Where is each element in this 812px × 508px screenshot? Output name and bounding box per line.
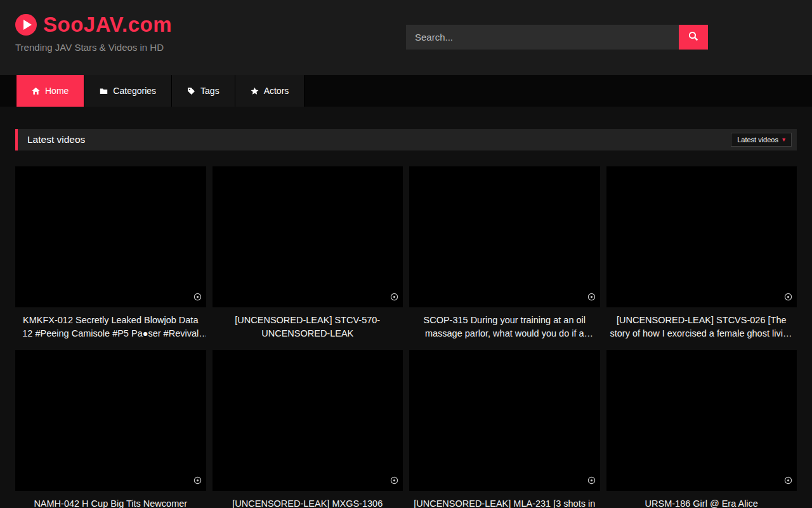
search-box (406, 25, 708, 50)
video-thumbnail[interactable] (606, 350, 797, 491)
section-title: Latest videos (18, 134, 85, 145)
video-card[interactable]: KMKFX-012 Secretly Leaked Blowjob Data 1… (15, 166, 206, 340)
video-title[interactable]: [UNCENSORED-LEAK] STCV-570-UNCENSORED-LE… (213, 314, 403, 340)
nav-tab-label: Tags (200, 86, 219, 96)
video-grid: KMKFX-012 Secretly Leaked Blowjob Data 1… (15, 166, 797, 508)
play-logo-icon (15, 14, 37, 36)
video-thumbnail[interactable] (606, 166, 797, 307)
video-card[interactable]: NAMH-042 H Cup Big Tits Newcomer (170cm … (15, 350, 206, 508)
broken-image-icon (390, 292, 398, 304)
broken-image-icon (784, 292, 792, 304)
main-nav: Home Categories Tags Actors (0, 75, 812, 107)
nav-tab-label: Home (45, 86, 69, 96)
video-card[interactable]: [UNCENSORED-LEAK] STCV-570-UNCENSORED-LE… (213, 166, 403, 340)
video-title[interactable]: [UNCENSORED-LEAK] MLA-231 [3 shots in (409, 497, 600, 508)
sort-dropdown-button[interactable]: Latest videos ▾ (731, 133, 792, 147)
video-card[interactable]: [UNCENSORED-LEAK] MLA-231 [3 shots in (409, 350, 600, 508)
nav-tab-home[interactable]: Home (16, 75, 84, 107)
site-header: SooJAV.com Trending JAV Stars & Videos i… (0, 0, 812, 75)
home-icon (32, 87, 40, 95)
search-button[interactable] (679, 25, 708, 50)
video-title[interactable]: SCOP-315 During your training at an oil … (409, 314, 600, 340)
chevron-down-icon: ▾ (782, 137, 785, 143)
video-title[interactable]: KMKFX-012 Secretly Leaked Blowjob Data 1… (15, 314, 206, 340)
video-title[interactable]: NAMH-042 H Cup Big Tits Newcomer (170cm … (15, 497, 206, 508)
site-title[interactable]: SooJAV.com (43, 13, 172, 37)
search-icon (688, 31, 698, 43)
site-tagline: Trending JAV Stars & Videos in HD (15, 42, 172, 53)
video-thumbnail[interactable] (213, 166, 403, 307)
search-input[interactable] (406, 25, 679, 50)
nav-tab-label: Actors (264, 86, 289, 96)
nav-tab-actors[interactable]: Actors (235, 75, 305, 107)
nav-tab-categories[interactable]: Categories (84, 75, 172, 107)
video-thumbnail[interactable] (15, 166, 206, 307)
broken-image-icon (587, 292, 596, 304)
video-card[interactable]: [UNCENSORED-LEAK] STCVS-026 [The story o… (606, 166, 797, 340)
folder-icon (100, 87, 108, 95)
main-content: Latest videos Latest videos ▾ KMKFX-012 … (0, 129, 812, 508)
tag-icon (187, 87, 195, 95)
video-thumbnail[interactable] (409, 166, 600, 307)
broken-image-icon (784, 476, 792, 487)
nav-tab-tags[interactable]: Tags (172, 75, 235, 107)
video-thumbnail[interactable] (213, 350, 403, 491)
section-header: Latest videos Latest videos ▾ (15, 129, 797, 150)
video-title[interactable]: [UNCENSORED-LEAK] STCVS-026 [The story o… (606, 314, 797, 340)
broken-image-icon (587, 476, 596, 487)
video-thumbnail[interactable] (15, 350, 206, 491)
logo-block: SooJAV.com Trending JAV Stars & Videos i… (15, 13, 172, 53)
video-card[interactable]: [UNCENSORED-LEAK] MXGS-1306 Absolutely (213, 350, 403, 508)
video-card[interactable]: SCOP-315 During your training at an oil … (409, 166, 600, 340)
broken-image-icon (193, 292, 202, 304)
broken-image-icon (390, 476, 398, 487)
video-thumbnail[interactable] (409, 350, 600, 491)
video-title[interactable]: [UNCENSORED-LEAK] MXGS-1306 Absolutely (213, 497, 403, 508)
nav-tab-label: Categories (113, 86, 156, 96)
sort-dropdown-label: Latest videos (737, 136, 778, 144)
broken-image-icon (193, 476, 202, 487)
video-title[interactable]: URSM-186 Girl @ Era Alice (606, 497, 797, 508)
star-icon (251, 87, 259, 95)
video-card[interactable]: URSM-186 Girl @ Era Alice (606, 350, 797, 508)
